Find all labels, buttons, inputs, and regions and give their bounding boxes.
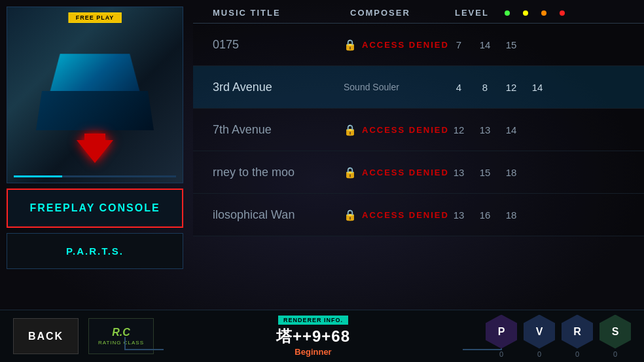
level-num-2: 8 (478, 82, 492, 93)
table-row[interactable]: 3rd Avenue Sound Souler 4 8 12 14 (193, 66, 644, 109)
hud-corner-left-decoration (124, 337, 164, 350)
level-dot-hard (541, 10, 546, 16)
song-composer-area: 🔒 ACCESS DENIED (344, 39, 452, 51)
score-hexagons: P 0 V 0 R 0 S 0 (486, 315, 631, 358)
level-num-2: 16 (478, 209, 492, 221)
difficulty-label: Beginner (295, 347, 331, 357)
hex-item-r: R 0 (562, 315, 593, 358)
renderer-info-badge[interactable]: RENDERER INFO. (278, 316, 348, 325)
song-title: 3rd Avenue (213, 81, 344, 94)
score-display: 塔++9+68 (276, 326, 350, 347)
column-header-level: LEVEL (455, 8, 565, 18)
lock-icon: 🔒 (344, 124, 357, 136)
song-levels: 4 8 12 14 (452, 82, 545, 93)
lock-icon: 🔒 (344, 166, 357, 179)
table-header: MUSIC TITLE COMPOSER LEVEL (193, 0, 644, 24)
hex-shape-s: S (599, 315, 631, 349)
hex-letter-v: V (536, 326, 543, 338)
table-row[interactable]: ilosophical Wan 🔒 ACCESS DENIED 13 16 18 (193, 194, 644, 236)
hex-letter-p: P (498, 326, 505, 338)
art-progress-fill (14, 175, 62, 177)
song-title: 0175 (213, 38, 344, 52)
level-num-3: 14 (504, 124, 518, 136)
level-num-1: 4 (452, 82, 466, 93)
main-container: FREE PLAY FREEPLAY CONSOLE P.A.R.T.S. MU… (0, 0, 644, 362)
hex-letter-r: R (573, 326, 581, 338)
column-header-title: MUSIC TITLE (213, 8, 350, 18)
hex-shape-r: R (562, 315, 593, 349)
level-num-2: 14 (478, 39, 492, 50)
art-shape (36, 52, 154, 130)
parts-button[interactable]: P.A.R.T.S. (7, 233, 183, 269)
level-num-3: 18 (504, 209, 518, 221)
hex-item-s: S 0 (599, 315, 631, 358)
left-panel: FREE PLAY FREEPLAY CONSOLE P.A.R.T.S. (0, 0, 193, 310)
song-levels: 7 14 15 (452, 39, 518, 50)
song-composer-area: 🔒 ACCESS DENIED (344, 209, 452, 221)
table-row[interactable]: 0175 🔒 ACCESS DENIED 7 14 15 (193, 24, 644, 66)
album-art: FREE PLAY (7, 7, 183, 183)
free-play-badge: FREE PLAY (69, 12, 122, 23)
column-header-composer: COMPOSER (350, 8, 455, 18)
level-difficulty-dots (505, 10, 565, 16)
level-num-1: 12 (452, 124, 466, 136)
access-denied-label: ACCESS DENIED (362, 40, 449, 50)
album-art-inner: FREE PLAY (7, 7, 183, 183)
table-row[interactable]: rney to the moo 🔒 ACCESS DENIED 13 15 18 (193, 151, 644, 194)
song-levels: 12 13 14 (452, 124, 518, 136)
level-num-2: 15 (478, 167, 492, 178)
content-area: FREE PLAY FREEPLAY CONSOLE P.A.R.T.S. MU… (0, 0, 644, 310)
level-num-1: 7 (452, 39, 466, 50)
art-progress-bar (14, 175, 176, 177)
song-title: 7th Avenue (213, 123, 344, 137)
level-num-2: 13 (478, 124, 492, 136)
access-denied-label: ACCESS DENIED (362, 168, 449, 177)
access-denied-label: ACCESS DENIED (362, 125, 449, 135)
song-title: ilosophical Wan (213, 208, 344, 222)
hex-score-r: 0 (575, 350, 579, 358)
center-hud: RENDERER INFO. 塔++9+68 Beginner (164, 316, 463, 357)
composer-name: Sound Souler (344, 82, 399, 92)
hex-shape-v: V (524, 315, 555, 349)
level-num-3: 15 (504, 39, 518, 50)
arrow-down-icon (77, 140, 113, 163)
level-dot-easy (505, 10, 510, 16)
song-composer-area: 🔒 ACCESS DENIED (344, 166, 452, 179)
level-num-4: 14 (530, 82, 545, 93)
bottom-bar: BACK R.C RATING CLASS RENDERER INFO. 塔++… (0, 310, 644, 362)
song-composer-area: 🔒 ACCESS DENIED (344, 124, 452, 136)
song-list[interactable]: 0175 🔒 ACCESS DENIED 7 14 15 3rd Avenue (193, 24, 644, 310)
level-num-1: 13 (452, 209, 466, 221)
level-num-3: 12 (504, 82, 518, 93)
lock-icon: 🔒 (344, 209, 357, 221)
song-levels: 13 16 18 (452, 209, 518, 221)
level-dot-extreme (560, 10, 565, 16)
level-num-3: 18 (504, 167, 518, 178)
freeplay-console-button[interactable]: FREEPLAY CONSOLE (7, 189, 183, 228)
hex-score-s: 0 (613, 350, 617, 358)
table-row[interactable]: 7th Avenue 🔒 ACCESS DENIED 12 13 14 (193, 109, 644, 151)
level-num-1: 13 (452, 167, 466, 178)
song-title: rney to the moo (213, 166, 344, 179)
hex-item-p: P 0 (486, 315, 517, 358)
level-dot-normal (523, 10, 528, 16)
hex-score-v: 0 (537, 350, 541, 358)
song-composer-area: Sound Souler (344, 82, 452, 92)
song-levels: 13 15 18 (452, 167, 518, 178)
hex-item-v: V 0 (524, 315, 555, 358)
back-button[interactable]: BACK (13, 318, 79, 354)
lock-icon: 🔒 (344, 39, 357, 51)
hex-score-p: 0 (499, 350, 503, 358)
right-panel: MUSIC TITLE COMPOSER LEVEL 0175 (193, 0, 644, 310)
access-denied-label: ACCESS DENIED (362, 210, 449, 220)
hex-letter-s: S (612, 326, 619, 338)
